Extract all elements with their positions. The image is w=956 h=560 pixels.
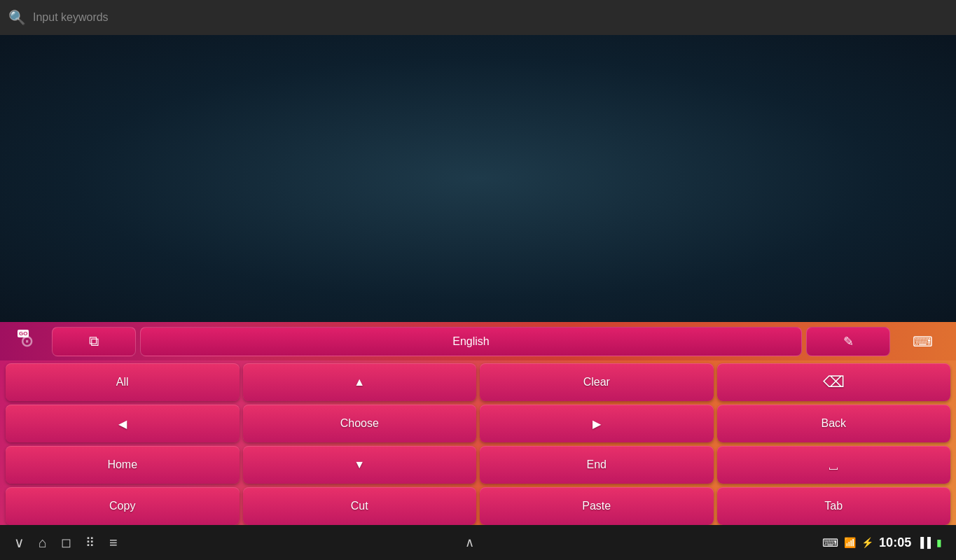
all-key[interactable]: All: [6, 363, 240, 401]
nav-back-button[interactable]: ∨: [14, 534, 25, 551]
paste-key[interactable]: Paste: [480, 487, 714, 525]
backspace-key[interactable]: ⌫: [717, 363, 951, 401]
nav-recents-button[interactable]: ◻: [61, 535, 71, 550]
down-key[interactable]: ▼: [243, 446, 477, 484]
end-key[interactable]: End: [480, 446, 714, 484]
up-key[interactable]: ▲: [243, 363, 477, 401]
back-key[interactable]: Back: [717, 405, 951, 442]
home-key[interactable]: Home: [6, 446, 240, 484]
nav-up-chevron[interactable]: ∧: [465, 535, 474, 550]
cut-label: Cut: [351, 500, 368, 512]
keyboard-keys: All ▲ Clear ⌫ ◀ Choose ▶ Back: [0, 360, 956, 528]
all-label: All: [116, 376, 129, 388]
key-row-2: ◀ Choose ▶ Back: [6, 405, 950, 442]
choose-label: Choose: [340, 417, 379, 430]
edit-button[interactable]: ✎: [806, 327, 890, 356]
keyboard-status-icon: ⌨: [822, 536, 838, 550]
signal-bars-icon: ▐▐: [917, 537, 931, 548]
right-icon: ▶: [593, 417, 601, 430]
left-icon: ◀: [118, 417, 127, 430]
edit-icon: ✎: [843, 334, 854, 349]
key-row-3: Home ▼ End ⎵: [6, 446, 950, 484]
search-input[interactable]: [33, 11, 948, 24]
left-key[interactable]: ◀: [6, 405, 240, 442]
down-icon: ▼: [354, 458, 365, 471]
paste-label: Paste: [582, 500, 611, 512]
keyboard-panel: GO ⊙ ⧉ English ✎ ⌨ All ▲ Clear: [0, 322, 956, 525]
go-button[interactable]: GO ⊙: [6, 327, 48, 356]
cut-key[interactable]: Cut: [243, 487, 477, 525]
language-label: English: [452, 335, 489, 348]
nav-bar: ∨ ⌂ ◻ ⠿ ≡ ∧ ⌨ 📶 ⚡ 10:05 ▐▐ ▮: [0, 525, 956, 560]
language-button[interactable]: English: [140, 327, 802, 356]
home-label: Home: [107, 458, 137, 471]
nav-left: ∨ ⌂ ◻ ⠿ ≡: [14, 534, 118, 551]
nav-grid-button[interactable]: ⠿: [85, 535, 95, 550]
status-time: 10:05: [879, 536, 911, 550]
key-row-4: Copy Cut Paste Tab: [6, 487, 950, 525]
space-icon: ⎵: [829, 457, 838, 473]
tab-label: Tab: [824, 500, 843, 512]
clipboard-icon: ⧉: [89, 333, 99, 349]
nav-center: ∧: [465, 535, 474, 550]
go-icon: GO ⊙: [20, 332, 33, 351]
clear-key[interactable]: Clear: [480, 363, 714, 401]
status-bar: ⌨ 📶 ⚡ 10:05 ▐▐ ▮: [822, 536, 942, 550]
backspace-icon: ⌫: [823, 373, 845, 391]
back-label: Back: [821, 417, 846, 430]
up-icon: ▲: [354, 376, 365, 388]
copy-key[interactable]: Copy: [6, 487, 240, 525]
keyboard-toolbar: GO ⊙ ⧉ English ✎ ⌨: [0, 322, 956, 360]
end-label: End: [587, 458, 607, 471]
copy-label: Copy: [109, 500, 135, 512]
key-row-1: All ▲ Clear ⌫: [6, 363, 950, 401]
space-key[interactable]: ⎵: [717, 446, 951, 484]
clipboard-button[interactable]: ⧉: [52, 327, 136, 356]
battery-icon: ▮: [936, 537, 942, 548]
charging-icon: ⚡: [861, 537, 873, 548]
keyboard-switch-icon: ⌨: [913, 333, 933, 350]
search-icon: 🔍: [8, 9, 26, 26]
main-content: [0, 35, 956, 322]
clear-label: Clear: [583, 376, 610, 388]
tab-key[interactable]: Tab: [717, 487, 951, 525]
nav-home-button[interactable]: ⌂: [39, 535, 47, 551]
nav-menu-button[interactable]: ≡: [109, 535, 118, 551]
sim-icon: 📶: [844, 537, 856, 548]
right-key[interactable]: ▶: [480, 405, 714, 442]
search-bar: 🔍: [0, 0, 956, 35]
choose-key[interactable]: Choose: [243, 405, 477, 442]
keyboard-switch-button[interactable]: ⌨: [894, 327, 950, 356]
